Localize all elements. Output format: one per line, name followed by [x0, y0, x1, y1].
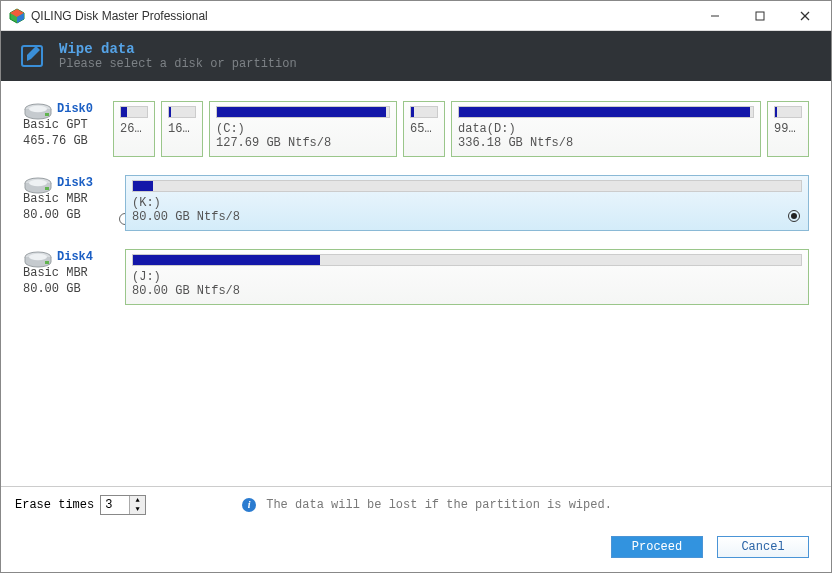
partition-size: 16...	[168, 122, 196, 136]
wipe-icon	[19, 43, 45, 69]
spinner-down-button[interactable]: ▼	[130, 505, 145, 514]
partition-size: 99...	[774, 122, 802, 136]
disk-list: Disk0Basic GPT465.76 GB26...16...(C:)127…	[1, 81, 831, 305]
usage-bar	[458, 106, 754, 118]
disk-name: Disk4	[57, 249, 119, 265]
usage-bar	[774, 106, 802, 118]
options-bar: Erase times ▲ ▼ i The data will be lost …	[1, 486, 831, 522]
title-bar: QILING Disk Master Professional	[1, 1, 831, 31]
svg-rect-16	[45, 261, 49, 264]
disk-row: Disk4Basic MBR80.00 GB(J:)80.00 GB Ntfs/…	[23, 249, 809, 305]
minimize-button[interactable]	[692, 2, 737, 30]
app-logo-icon	[9, 8, 25, 24]
partition[interactable]: (C:)127.69 GB Ntfs/8	[209, 101, 397, 157]
partition[interactable]: 26...	[113, 101, 155, 157]
usage-bar	[168, 106, 196, 118]
disk-info[interactable]: Disk3Basic MBR80.00 GB	[23, 175, 119, 231]
disk-size: 80.00 GB	[23, 281, 119, 297]
svg-point-15	[29, 254, 47, 260]
svg-rect-10	[45, 113, 49, 116]
partition[interactable]: 99...	[767, 101, 809, 157]
maximize-button[interactable]	[737, 2, 782, 30]
svg-rect-4	[756, 12, 764, 20]
action-bar: Proceed Cancel	[1, 522, 831, 572]
svg-rect-13	[45, 187, 49, 190]
partition[interactable]: (K:)80.00 GB Ntfs/8	[125, 175, 809, 231]
partition-group: 26...16...(C:)127.69 GB Ntfs/865...data(…	[113, 101, 809, 157]
partition-label: (J:)	[132, 270, 802, 284]
partition-size: 65...	[410, 122, 438, 136]
page-header: Wipe data Please select a disk or partit…	[1, 31, 831, 81]
page-subtitle: Please select a disk or partition	[59, 57, 297, 71]
disk-info[interactable]: Disk0Basic GPT465.76 GB	[23, 101, 107, 157]
usage-bar	[132, 254, 802, 266]
hdd-icon	[23, 251, 53, 274]
disk-row: Disk0Basic GPT465.76 GB26...16...(C:)127…	[23, 101, 809, 157]
svg-point-12	[29, 180, 47, 186]
close-button[interactable]	[782, 2, 827, 30]
partition-label: (C:)	[216, 122, 390, 136]
partition-group: (J:)80.00 GB Ntfs/8	[125, 249, 809, 305]
partition[interactable]: 65...	[403, 101, 445, 157]
disk-name: Disk3	[57, 175, 119, 191]
svg-point-9	[29, 106, 47, 112]
cancel-button[interactable]: Cancel	[717, 536, 809, 558]
spinner-up-button[interactable]: ▲	[130, 496, 145, 505]
info-text: The data will be lost if the partition i…	[266, 498, 612, 512]
usage-bar	[216, 106, 390, 118]
page-title: Wipe data	[59, 41, 297, 57]
partition-size: 26...	[120, 122, 148, 136]
selected-radio-icon	[788, 210, 800, 222]
usage-bar	[132, 180, 802, 192]
partition-label: (K:)	[132, 196, 802, 210]
disk-size: 465.76 GB	[23, 133, 107, 149]
partition-size: 80.00 GB Ntfs/8	[132, 210, 802, 224]
erase-times-spinner[interactable]: ▲ ▼	[100, 495, 146, 515]
usage-bar	[410, 106, 438, 118]
disk-info[interactable]: Disk4Basic MBR80.00 GB	[23, 249, 119, 305]
window-title: QILING Disk Master Professional	[31, 9, 692, 23]
disk-row: Disk3Basic MBR80.00 GB(K:)80.00 GB Ntfs/…	[23, 175, 809, 231]
erase-times-input[interactable]	[101, 496, 129, 514]
usage-bar	[120, 106, 148, 118]
partition-size: 127.69 GB Ntfs/8	[216, 136, 390, 150]
proceed-button[interactable]: Proceed	[611, 536, 703, 558]
partition-size: 80.00 GB Ntfs/8	[132, 284, 802, 298]
disk-size: 80.00 GB	[23, 207, 119, 223]
disk-name: Disk0	[57, 101, 107, 117]
partition-size: 336.18 GB Ntfs/8	[458, 136, 754, 150]
partition-group: (K:)80.00 GB Ntfs/8	[125, 175, 809, 231]
hdd-icon	[23, 177, 53, 200]
info-icon: i	[242, 498, 256, 512]
partition[interactable]: data(D:)336.18 GB Ntfs/8	[451, 101, 761, 157]
hdd-icon	[23, 103, 53, 126]
erase-times-label: Erase times	[15, 498, 94, 512]
partition-label: data(D:)	[458, 122, 754, 136]
partition[interactable]: 16...	[161, 101, 203, 157]
partition[interactable]: (J:)80.00 GB Ntfs/8	[125, 249, 809, 305]
